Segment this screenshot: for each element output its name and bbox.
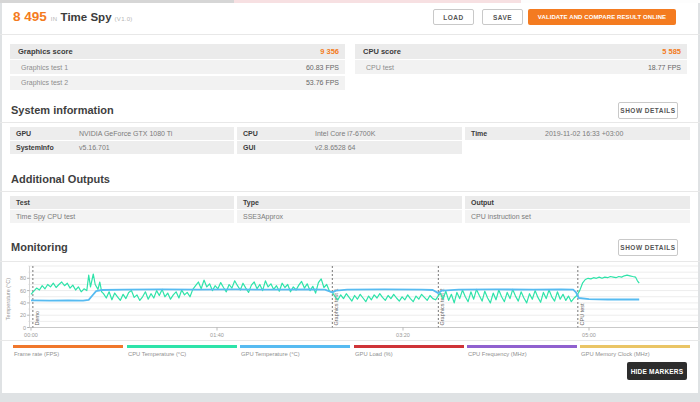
cpu-value: Intel Core i7-6700K xyxy=(315,127,375,140)
save-button[interactable]: SAVE xyxy=(482,9,523,25)
gpu-label: GPU xyxy=(16,127,31,140)
ao-header-type: Type xyxy=(237,196,462,209)
monitoring-show-details-button[interactable]: SHOW DETAILS xyxy=(618,239,678,256)
svg-text:03:20: 03:20 xyxy=(396,332,410,338)
benchmark-title: Time Spy xyxy=(61,11,112,23)
ao-header-test: Test xyxy=(10,196,234,209)
legend-label-cpufreq: CPU Frequency (MHz) xyxy=(468,351,527,357)
load-button[interactable]: LOAD xyxy=(433,9,474,25)
gpu-value: NVIDIA GeForce GTX 1080 Ti xyxy=(79,127,172,140)
legend-bar-gputemp[interactable] xyxy=(240,345,350,348)
sysinfo-gpu-cell: GPU NVIDIA GeForce GTX 1080 Ti xyxy=(10,127,234,140)
svg-text:Demo: Demo xyxy=(34,311,40,326)
overall-score: 8 495 xyxy=(13,9,47,24)
svg-text:60: 60 xyxy=(20,288,26,294)
svg-text:Temperature (°C): Temperature (°C) xyxy=(5,278,11,320)
svg-text:00:00: 00:00 xyxy=(24,332,38,338)
in-label: IN xyxy=(51,16,58,22)
cpu-score-row: CPU score 5 585 xyxy=(355,44,687,59)
sysinfo-time-cell: Time 2019-11-02 16:33 +03:00 xyxy=(465,127,690,140)
time-value: 2019-11-02 16:33 +03:00 xyxy=(545,127,623,140)
legend-bar-cputemp[interactable] xyxy=(127,345,237,348)
gui-value: v2.8.6528 64 xyxy=(315,141,355,154)
validate-button[interactable]: VALIDATE AND COMPARE RESULT ONLINE xyxy=(528,9,676,25)
top-strip-white xyxy=(521,0,700,3)
cpu-score-value: 5 585 xyxy=(662,44,681,59)
app-window: 8 495 IN Time Spy (V1.0) LOAD SAVE VALID… xyxy=(0,0,700,402)
legend-label-gputemp: GPU Temperature (°C) xyxy=(241,351,300,357)
svg-text:01:40: 01:40 xyxy=(210,332,224,338)
top-strip-pink xyxy=(234,0,521,3)
svg-text:CPU test: CPU test xyxy=(579,303,585,325)
benchmark-version: (V1.0) xyxy=(115,16,133,22)
legend-label-gpumem: GPU Memory Clock (MHz) xyxy=(581,351,650,357)
legend-bar-gpumem[interactable] xyxy=(580,345,690,348)
system-show-details-button[interactable]: SHOW DETAILS xyxy=(618,102,678,119)
graphics-score-value: 9 356 xyxy=(320,44,339,59)
legend-label-cputemp: CPU Temperature (°C) xyxy=(128,351,186,357)
graphics-test1-label: Graphics test 1 xyxy=(21,60,68,74)
gui-label: GUI xyxy=(243,141,255,154)
cpu-test-value: 18.77 FPS xyxy=(648,60,681,74)
legend-bar-framerate[interactable] xyxy=(13,345,123,348)
time-label: Time xyxy=(471,127,487,140)
sysinfo-gui-cell: GUI v2.8.6528 64 xyxy=(237,141,462,154)
svg-text:05:00: 05:00 xyxy=(582,332,596,338)
ao-row-type: SSE3Approx xyxy=(237,210,462,223)
graphics-score-row: Graphics score 9 356 xyxy=(10,44,345,59)
cpu-test-label: CPU test xyxy=(366,60,394,74)
system-info-title: System information xyxy=(11,104,114,116)
graphics-test1-row: Graphics test 1 60.83 FPS xyxy=(10,60,345,74)
legend-label-gpuload: GPU Load (%) xyxy=(355,351,393,357)
cpu-score-label: CPU score xyxy=(363,44,401,59)
top-strip-gray xyxy=(0,0,234,3)
graphics-score-label: Graphics score xyxy=(18,44,73,59)
monitoring-title: Monitoring xyxy=(11,241,68,253)
monitoring-chart: 020406080Temperature (°C)00:0001:4003:20… xyxy=(0,263,700,341)
legend-bar-gpuload[interactable] xyxy=(354,345,464,348)
systeminfo-value: v5.16.701 xyxy=(79,141,110,154)
legend-label-framerate: Frame rate (FPS) xyxy=(14,351,59,357)
svg-text:0: 0 xyxy=(23,325,26,331)
svg-text:80: 80 xyxy=(20,275,26,281)
sysinfo-systeminfo-cell: SystemInfo v5.16.701 xyxy=(10,141,234,154)
cpu-label: CPU xyxy=(243,127,258,140)
graphics-test2-value: 53.76 FPS xyxy=(306,76,339,90)
ao-row-test: Time Spy CPU test xyxy=(10,210,234,223)
ao-header-output: Output xyxy=(465,196,690,209)
hide-markers-button[interactable]: HIDE MARKERS xyxy=(627,362,687,380)
additional-outputs-title: Additional Outputs xyxy=(11,173,110,185)
graphics-test2-label: Graphics test 2 xyxy=(21,76,68,90)
cpu-test-row: CPU test 18.77 FPS xyxy=(355,60,687,74)
graphics-test2-row: Graphics test 2 53.76 FPS xyxy=(10,76,345,90)
result-header: 8 495 IN Time Spy (V1.0) xyxy=(13,9,133,24)
svg-text:40: 40 xyxy=(20,300,26,306)
systeminfo-label: SystemInfo xyxy=(16,141,54,154)
ao-row-output: CPU instruction set xyxy=(465,210,690,223)
svg-text:Graphics test 1: Graphics test 1 xyxy=(333,289,339,326)
legend-bar-cpufreq[interactable] xyxy=(467,345,577,348)
sysinfo-cpu-cell: CPU Intel Core i7-6700K xyxy=(237,127,462,140)
graphics-test1-value: 60.83 FPS xyxy=(306,60,339,74)
svg-text:20: 20 xyxy=(20,312,26,318)
